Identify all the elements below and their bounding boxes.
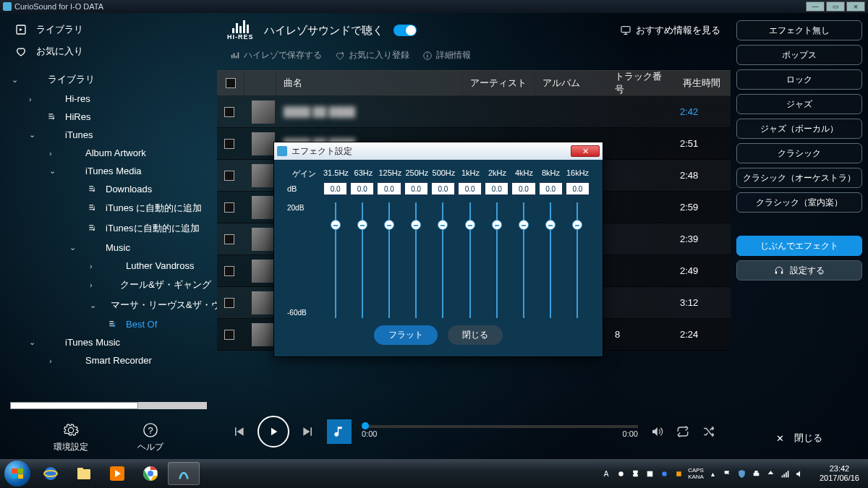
tree-item[interactable]: iTunesに自動的に追加 [0,218,217,239]
effect-preset-button[interactable]: ジャズ [736,94,862,114]
tree-item[interactable]: ›Album Artwork [0,144,217,162]
tray-ime-icon[interactable]: A [601,468,611,479]
gain-input[interactable]: 0.0 [511,182,535,195]
taskbar-explorer[interactable] [68,462,100,485]
gain-input[interactable]: 0.0 [377,182,401,195]
tree-item[interactable]: HiRes [0,108,217,126]
tray-tool-icon[interactable] [630,468,640,479]
dialog-close-x[interactable]: ✕ [571,145,600,157]
taskbar-chrome[interactable] [135,462,166,485]
settings-button[interactable]: 環境設定 [54,422,88,453]
gain-input[interactable]: 0.0 [485,182,509,195]
effect-preset-button[interactable]: ジャズ（ボーカル） [736,119,862,139]
tray-network-icon[interactable] [780,468,791,479]
close-panel-button[interactable]: ✕ 閉じる [736,424,862,452]
gain-input[interactable]: 0.0 [539,182,563,195]
gain-input[interactable]: 0.0 [458,182,482,195]
tree-item[interactable]: ⌄ライブラリ [0,69,217,90]
effect-preset-button[interactable]: エフェクト無し [736,20,862,40]
eq-slider[interactable] [404,202,428,318]
col-artist[interactable]: アーティスト [463,71,535,95]
eq-slider[interactable] [350,202,374,318]
effect-preset-button[interactable]: クラシック [736,143,862,163]
eq-slider[interactable] [458,202,482,318]
tree-item[interactable]: ⌄Music [0,239,217,257]
effect-preset-button[interactable]: ロック [736,69,862,90]
tree-item[interactable]: ›クール&ザ・ギャング [0,275,217,295]
row-checkbox[interactable] [224,266,234,276]
tray-app3-icon[interactable] [659,468,669,479]
row-checkbox[interactable] [224,139,234,149]
configure-effect-button[interactable]: 設定する [736,260,862,281]
sidebar-favorites[interactable]: お気に入り [12,40,205,62]
tree-item[interactable]: ⌄iTunes Media [0,162,217,180]
tree-item[interactable]: iTunes に自動的に追加 [0,198,217,218]
volume-button[interactable] [648,423,665,440]
eq-slider[interactable] [377,202,401,318]
eq-slider[interactable] [566,202,590,318]
gain-input[interactable]: 0.0 [566,182,590,195]
tray-volume-icon[interactable] [795,468,805,479]
next-button[interactable] [299,423,317,440]
sidebar-library[interactable]: ライブラリ [12,19,205,40]
tree-item[interactable]: ›Hi-res [0,90,217,108]
taskbar-curiosound[interactable] [168,462,200,485]
gain-input[interactable]: 0.0 [404,182,428,195]
tray-eject-icon[interactable] [766,468,776,479]
tree-item[interactable]: ⌄iTunes Music [0,333,217,351]
recommend-link[interactable]: おすすめ情報を見る [620,24,720,37]
eq-slider[interactable] [323,202,347,318]
tray-printer-icon[interactable] [752,468,762,479]
self-effect-button[interactable]: じぶんでエフェクト [736,236,862,256]
tray-app1-icon[interactable] [616,468,626,479]
add-favorite-button[interactable]: お気に入り登録 [335,49,409,61]
hires-toggle[interactable] [393,25,417,36]
row-checkbox[interactable] [224,202,234,213]
window-close-button[interactable] [846,1,865,12]
row-checkbox[interactable] [224,171,234,181]
help-button[interactable]: ? ヘルプ [137,422,163,453]
shuffle-button[interactable] [700,423,718,440]
dialog-titlebar[interactable]: エフェクト設定 ✕ [274,142,603,160]
eq-slider[interactable] [485,202,509,318]
repeat-button[interactable] [674,423,692,440]
table-row[interactable]: ████ ██ ████ 2:42 [217,96,731,128]
row-checkbox[interactable] [224,234,234,244]
col-time[interactable]: 再生時間 [673,71,731,95]
seek-slider[interactable] [362,425,638,428]
detail-info-button[interactable]: 詳細情報 [422,49,471,61]
row-checkbox[interactable] [224,298,234,308]
effect-preset-button[interactable]: クラシック（室内楽） [736,192,862,213]
taskbar-clock[interactable]: 23:42 2017/06/16 [815,464,864,483]
eq-slider[interactable] [431,202,455,318]
save-hires-button[interactable]: ハイレゾで保存する [230,49,322,61]
gain-input[interactable]: 0.0 [350,182,374,195]
tray-shield-icon[interactable] [737,468,747,479]
tray-flag-icon[interactable] [723,468,733,479]
tray-app4-icon[interactable] [673,468,684,479]
window-minimize-button[interactable] [806,1,825,12]
now-playing-button[interactable] [327,419,352,444]
tree-item[interactable]: Downloads [0,180,217,198]
tree-item[interactable]: ⌄iTunes [0,126,217,144]
window-maximize-button[interactable] [826,1,845,12]
row-checkbox[interactable] [224,107,234,117]
flat-button[interactable]: フラット [374,325,438,345]
taskbar-ie[interactable] [35,462,67,485]
effect-preset-button[interactable]: クラシック（オーケストラ） [736,168,862,188]
row-checkbox[interactable] [224,330,234,340]
eq-slider[interactable] [511,202,535,318]
taskbar-media[interactable] [101,462,133,485]
tree-item[interactable]: ›Smart Recorder [0,351,217,369]
play-button[interactable] [258,416,289,448]
tree-item[interactable]: Best Of [0,315,217,333]
gain-input[interactable]: 0.0 [323,182,347,195]
dialog-close-button[interactable]: 閉じる [448,325,503,345]
tree-item[interactable]: ›Luther Vandross [0,257,217,275]
start-button[interactable] [4,461,30,487]
col-track[interactable]: トラック番号 [608,71,673,95]
select-all-checkbox[interactable] [226,78,236,88]
tree-item[interactable]: ⌄マーサ・リーヴス&ザ・ヴァンデラ [0,295,217,315]
eq-slider[interactable] [539,202,563,318]
col-album[interactable]: アルバム [535,71,608,95]
